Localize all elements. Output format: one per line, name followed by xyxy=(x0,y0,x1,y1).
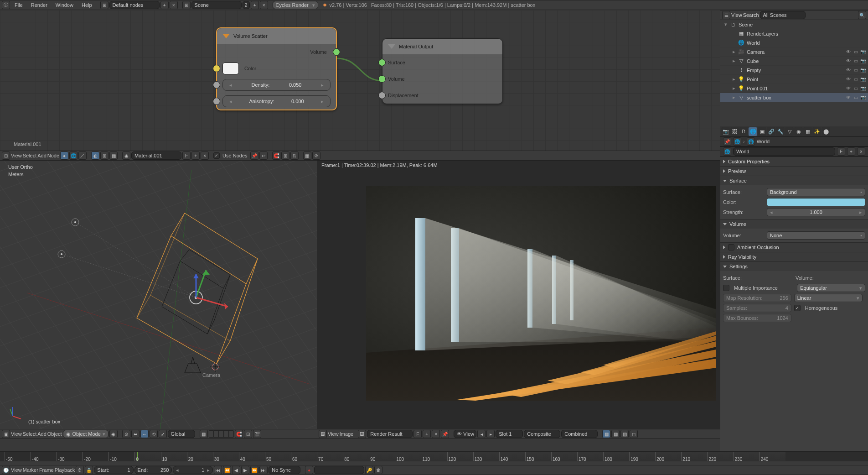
menu-render[interactable]: Render xyxy=(27,1,51,9)
menu-add[interactable]: Add xyxy=(37,431,46,437)
outliner-item-world[interactable]: 🌐World xyxy=(720,38,868,47)
shader-type-world-icon[interactable]: 🌐 xyxy=(69,151,78,160)
tab-world-icon[interactable]: 🌐 xyxy=(749,127,757,136)
volume-type-selector[interactable]: None• xyxy=(767,231,865,240)
mode-selector[interactable]: ◉Object Mode▾ xyxy=(63,430,108,438)
tab-layers-icon[interactable]: 🖼 xyxy=(730,127,739,136)
channel-z-icon[interactable]: ◻ xyxy=(630,430,638,438)
menu-node[interactable]: Node xyxy=(47,153,59,158)
socket-volume-in[interactable] xyxy=(378,75,386,83)
panel-preview[interactable]: Preview xyxy=(720,167,868,176)
render-icon[interactable]: 📷 xyxy=(860,68,866,73)
slot-selector[interactable]: Slot 1 xyxy=(496,430,523,438)
outliner-item-scene[interactable]: ▾🗋Scene xyxy=(720,20,868,29)
outliner-item-renderlayers[interactable]: ▦RenderLayers xyxy=(720,29,868,38)
render-icon[interactable]: 📷 xyxy=(860,77,866,82)
eye-icon[interactable]: 👁 xyxy=(845,86,852,91)
tab-particles-icon[interactable]: ✨ xyxy=(812,127,821,136)
outliner-filter[interactable]: All Scenes xyxy=(760,11,806,19)
layer-button[interactable] xyxy=(214,430,219,438)
image-add-icon[interactable]: + xyxy=(423,430,431,438)
channel-rgb-icon[interactable]: ▦ xyxy=(611,430,620,438)
node-input-density[interactable]: ◂Density:0.050▸ xyxy=(217,77,336,93)
render-icon[interactable]: 📷 xyxy=(860,95,866,100)
layers-icon[interactable]: ▦ xyxy=(200,430,208,438)
pass-selector[interactable]: Combined xyxy=(561,430,598,438)
range-icon[interactable]: ⏱ xyxy=(76,466,84,474)
menu-select[interactable]: Select xyxy=(23,153,37,158)
image-del-icon[interactable]: × xyxy=(432,430,440,438)
tree-type-tex-icon[interactable]: ▦ xyxy=(109,151,118,160)
play-rev-icon[interactable]: ◀ xyxy=(232,466,240,474)
timeline-editor-icon[interactable]: 🕑 xyxy=(2,466,10,474)
tab-material-icon[interactable]: ◉ xyxy=(794,127,803,136)
material-add-icon[interactable]: + xyxy=(191,151,200,160)
jump-prev-key-icon[interactable]: ⏪ xyxy=(223,466,231,474)
jump-next-key-icon[interactable]: ⏩ xyxy=(250,466,258,474)
end-frame-field[interactable]: End:250 xyxy=(134,466,172,474)
tab-scene-icon[interactable]: 🗋 xyxy=(739,127,748,136)
eye-icon[interactable]: 👁 xyxy=(845,58,852,63)
render-preview-icon[interactable]: 🎬 xyxy=(253,430,261,438)
layout-selector[interactable]: Default nodes xyxy=(109,1,160,9)
tab-physics-icon[interactable]: ⬤ xyxy=(822,127,830,136)
manipulator-scale-icon[interactable]: ⤢ xyxy=(159,430,167,438)
material-browse-icon[interactable]: ◉ xyxy=(122,151,130,160)
snap-type-icon[interactable]: ⊞ xyxy=(281,151,289,160)
manipulator-rot-icon[interactable]: ⟲ xyxy=(150,430,158,438)
node-material-output[interactable]: Material Output Surface Volume Displacem… xyxy=(382,38,503,104)
socket-density-in[interactable] xyxy=(213,81,220,89)
menu-image[interactable]: Image xyxy=(340,431,354,437)
material-del-icon[interactable]: × xyxy=(201,151,209,160)
menu-view[interactable]: View xyxy=(11,467,22,473)
search-icon[interactable]: 🔍 xyxy=(858,11,866,19)
select-icon[interactable]: ▭ xyxy=(852,49,859,54)
node-editor-icon[interactable]: ⊟ xyxy=(2,151,10,160)
layer-button[interactable] xyxy=(224,430,229,438)
tree-type-comp-icon[interactable]: ⊞ xyxy=(100,151,108,160)
layer-selector[interactable]: Composite xyxy=(524,430,560,438)
tab-object-icon[interactable]: ▣ xyxy=(758,127,766,136)
world-color[interactable] xyxy=(767,198,865,206)
outliner-item-point[interactable]: ▸💡Point👁▭📷 xyxy=(720,75,868,84)
jump-start-icon[interactable]: ⏮ xyxy=(214,466,222,474)
surface-type-selector[interactable]: Background• xyxy=(767,188,865,196)
render-icon[interactable]: 📷 xyxy=(860,86,866,91)
current-frame-field[interactable]: ◂1▸ xyxy=(173,466,213,474)
shader-type-object-icon[interactable]: ● xyxy=(60,151,68,160)
outliner-item-point-001[interactable]: ▸💡Point.001👁▭📷 xyxy=(720,84,868,93)
autokey-icon[interactable]: ● xyxy=(305,466,313,474)
homogeneous-checkbox[interactable]: ✓ xyxy=(794,305,801,311)
slot-next-icon[interactable]: ▸ xyxy=(486,430,495,438)
select-icon[interactable]: ▭ xyxy=(852,86,859,91)
tab-constraints-icon[interactable]: 🔗 xyxy=(767,127,775,136)
image-editor-icon[interactable]: 🖼 xyxy=(319,430,327,438)
select-icon[interactable]: ▭ xyxy=(852,77,859,82)
view3d-editor-icon[interactable]: ▣ xyxy=(2,430,10,438)
strength-field[interactable]: ◂1.000▸ xyxy=(767,208,865,216)
interpolation-selector[interactable]: Linear▾ xyxy=(794,294,863,302)
outliner-item-cube[interactable]: ▸▽Cube👁▭📷 xyxy=(720,57,868,66)
tab-texture-icon[interactable]: ▦ xyxy=(803,127,812,136)
menu-marker[interactable]: Marker xyxy=(23,467,38,473)
use-nodes-checkbox[interactable]: ✓ xyxy=(213,152,220,159)
panel-settings[interactable]: Settings xyxy=(720,262,868,271)
outliner-item-scatter-box[interactable]: ▸▽scatter box👁▭📷 xyxy=(720,93,868,102)
play-icon[interactable]: ▶ xyxy=(241,466,249,474)
scene-browse-icon[interactable]: ⊞ xyxy=(182,1,191,9)
render-view-selector[interactable]: 👁 View xyxy=(454,430,476,438)
eye-icon[interactable]: 👁 xyxy=(845,77,852,82)
image-browse-icon[interactable]: 🖼 xyxy=(358,430,366,438)
ao-checkbox[interactable] xyxy=(728,244,734,251)
panel-ao[interactable]: Ambient Occlusion xyxy=(720,243,868,252)
select-icon[interactable]: ▭ xyxy=(852,58,859,63)
tab-data-icon[interactable]: ▽ xyxy=(785,127,794,136)
snap-icon[interactable]: 🧲 xyxy=(272,151,280,160)
node-volume-scatter[interactable]: Volume Scatter Volume Color ◂Density:0.0… xyxy=(216,27,337,110)
panel-surface[interactable]: Surface xyxy=(720,176,868,185)
eye-icon[interactable]: 👁 xyxy=(845,68,852,73)
material-selector[interactable]: Material.001 xyxy=(131,151,181,160)
layer-button[interactable] xyxy=(219,430,224,438)
orientation-selector[interactable]: Global xyxy=(168,430,195,438)
socket-disp-in[interactable] xyxy=(378,92,386,99)
